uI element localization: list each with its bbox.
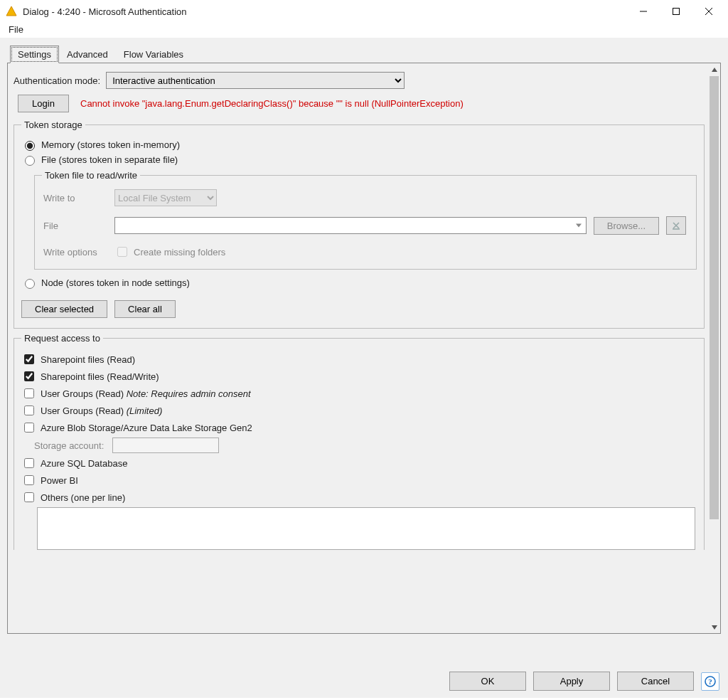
sharepoint-rw-checkbox[interactable] [24, 371, 34, 381]
token-storage-group: Token storage Memory (stores token in-me… [14, 120, 705, 329]
browse-button: Browse... [594, 217, 659, 235]
maximize-button[interactable] [660, 0, 692, 23]
request-access-legend: Request access to [21, 333, 103, 344]
menu-bar: File [0, 23, 728, 38]
others-textarea[interactable] [37, 507, 695, 550]
scroll-down-icon[interactable] [708, 621, 720, 633]
token-storage-legend: Token storage [21, 120, 85, 130]
vertical-scrollbar[interactable] [708, 63, 720, 633]
login-button[interactable]: Login [18, 95, 69, 112]
storage-account-label: Storage account: [34, 440, 104, 451]
token-file-group: Token file to read/write Write to Local … [34, 170, 697, 270]
svg-rect-0 [673, 9, 680, 15]
settings-panel: Authentication mode: Interactive authent… [7, 63, 721, 634]
scroll-thumb[interactable] [710, 76, 719, 519]
close-button[interactable] [692, 0, 725, 23]
flow-variable-icon-button [666, 216, 686, 235]
ok-button[interactable]: OK [449, 672, 526, 691]
auth-mode-select[interactable]: Interactive authentication [106, 72, 405, 89]
write-options-label: Write options [43, 247, 107, 258]
storage-file-label: File (stores token in separate file) [41, 154, 178, 165]
storage-memory-label: Memory (stores token in-memory) [41, 139, 180, 150]
sharepoint-rw-label: Sharepoint files (Read/Write) [41, 371, 159, 382]
storage-memory-radio[interactable] [25, 141, 35, 151]
tab-flow-variables[interactable]: Flow Variables [116, 46, 191, 63]
token-file-legend: Token file to read/write [42, 170, 140, 181]
help-button[interactable]: ? [701, 672, 719, 691]
scroll-up-icon[interactable] [708, 63, 720, 75]
apply-button[interactable]: Apply [533, 672, 610, 691]
azure-blob-label: Azure Blob Storage/Azure Data Lake Stora… [41, 423, 252, 433]
clear-all-button[interactable]: Clear all [114, 300, 176, 318]
tab-strip: Settings Advanced Flow Variables [10, 46, 721, 63]
request-access-group: Request access to Sharepoint files (Read… [14, 333, 705, 550]
others-checkbox[interactable] [24, 492, 34, 502]
dialog-footer: OK Apply Cancel ? [0, 672, 728, 691]
powerbi-checkbox[interactable] [24, 475, 34, 485]
create-missing-folders-checkbox [117, 247, 127, 257]
storage-node-label: Node (stores token in node settings) [41, 277, 190, 288]
storage-account-input [112, 438, 219, 453]
write-to-select: Local File System [114, 189, 217, 206]
window-title: Dialog - 4:240 - Microsoft Authenticatio… [23, 6, 627, 17]
svg-text:?: ? [708, 677, 712, 686]
sharepoint-read-label: Sharepoint files (Read) [41, 354, 135, 365]
others-label: Others (one per line) [41, 492, 125, 503]
cancel-button[interactable]: Cancel [617, 672, 694, 691]
user-groups-read-limited-label: User Groups (Read) (Limited) [41, 405, 162, 416]
write-to-label: Write to [43, 193, 107, 203]
tab-settings[interactable]: Settings [10, 46, 59, 63]
user-groups-read-limited-checkbox[interactable] [24, 405, 34, 415]
azure-blob-checkbox[interactable] [24, 423, 34, 433]
app-icon [6, 6, 17, 17]
storage-file-radio[interactable] [25, 156, 35, 166]
user-groups-read-checkbox[interactable] [24, 388, 34, 398]
menu-file[interactable]: File [6, 23, 26, 36]
client-area: Settings Advanced Flow Variables Authent… [0, 38, 728, 698]
login-error-text: Cannot invoke "java.lang.Enum.getDeclari… [80, 98, 464, 109]
storage-node-radio[interactable] [25, 279, 35, 289]
file-path-combo [114, 217, 587, 234]
powerbi-label: Power BI [41, 475, 78, 486]
clear-selected-button[interactable]: Clear selected [21, 300, 107, 318]
create-missing-folders-label: Create missing folders [134, 247, 225, 258]
azure-sql-label: Azure SQL Database [41, 458, 127, 469]
tab-advanced[interactable]: Advanced [59, 46, 116, 63]
user-groups-read-label: User Groups (Read) Note: Requires admin … [41, 388, 251, 399]
minimize-button[interactable] [627, 0, 660, 23]
auth-mode-label: Authentication mode: [14, 75, 100, 86]
azure-sql-checkbox[interactable] [24, 458, 34, 468]
title-bar: Dialog - 4:240 - Microsoft Authenticatio… [0, 0, 728, 23]
window-controls [627, 0, 725, 23]
file-label: File [43, 221, 107, 231]
sharepoint-read-checkbox[interactable] [24, 354, 34, 364]
